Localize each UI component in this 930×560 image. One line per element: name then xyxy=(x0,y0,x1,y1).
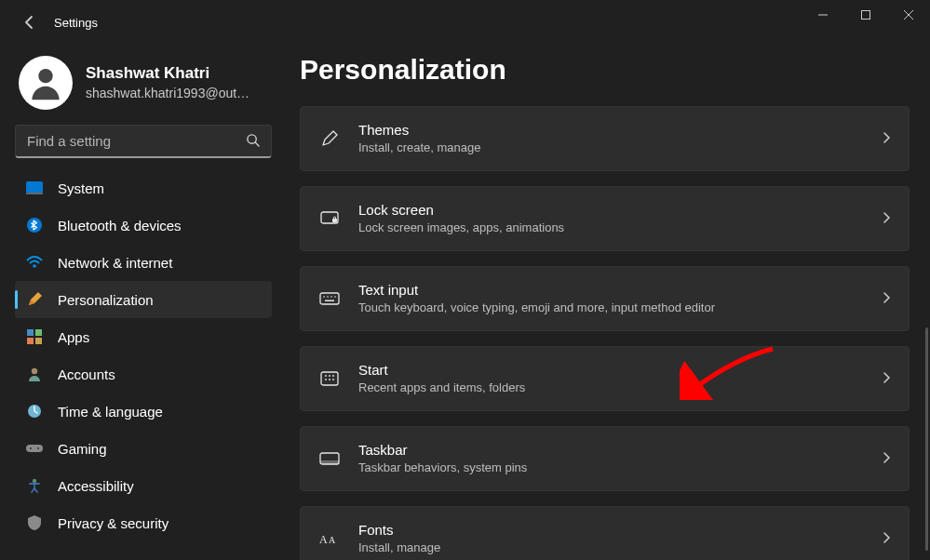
sidebar-item-bluetooth[interactable]: Bluetooth & devices xyxy=(15,207,272,244)
svg-point-2 xyxy=(38,69,52,83)
svg-point-16 xyxy=(30,447,32,449)
sidebar-item-label: Time & language xyxy=(58,404,163,420)
system-icon xyxy=(26,180,43,196)
setting-start[interactable]: Start Recent apps and items, folders xyxy=(300,346,910,411)
svg-text:A: A xyxy=(319,533,328,546)
bluetooth-icon xyxy=(26,217,43,233)
setting-lock-screen[interactable]: Lock screen Lock screen images, apps, an… xyxy=(300,186,910,251)
arrow-left-icon xyxy=(22,15,37,30)
svg-rect-11 xyxy=(27,338,34,344)
privacy-icon xyxy=(26,514,43,531)
svg-rect-5 xyxy=(26,181,43,193)
svg-text:A: A xyxy=(329,535,336,545)
sidebar-item-accounts[interactable]: Accounts xyxy=(15,355,272,393)
svg-rect-1 xyxy=(862,11,870,20)
lock-screen-icon xyxy=(319,208,340,229)
sidebar-item-accessibility[interactable]: Accessibility xyxy=(15,467,272,504)
gaming-icon xyxy=(26,440,43,457)
setting-sub: Touch keyboard, voice typing, emoji and … xyxy=(358,300,864,316)
setting-text: Taskbar Taskbar behaviors, system pins xyxy=(358,440,864,476)
svg-line-4 xyxy=(255,142,259,146)
svg-rect-35 xyxy=(320,460,339,464)
svg-rect-9 xyxy=(27,329,34,336)
svg-rect-10 xyxy=(35,329,42,336)
sidebar-item-label: Gaming xyxy=(58,441,107,457)
svg-point-30 xyxy=(332,375,334,377)
sidebar-item-label: Bluetooth & devices xyxy=(58,218,182,233)
svg-point-13 xyxy=(32,368,37,374)
titlebar: Settings xyxy=(0,0,930,45)
svg-rect-21 xyxy=(320,293,339,304)
sidebar: Shashwat Khatri shashwat.khatri1993@out…… xyxy=(0,45,279,560)
setting-sub: Lock screen images, apps, animations xyxy=(358,220,864,236)
setting-title: Start xyxy=(358,360,864,380)
setting-title: Taskbar xyxy=(358,440,864,460)
setting-text: Fonts Install, manage xyxy=(358,520,864,556)
sidebar-item-system[interactable]: System xyxy=(15,169,272,207)
svg-point-18 xyxy=(33,479,36,483)
accounts-icon xyxy=(26,366,43,382)
sidebar-item-gaming[interactable]: Gaming xyxy=(15,430,272,467)
profile-block[interactable]: Shashwat Khatri shashwat.khatri1993@out… xyxy=(15,52,272,125)
sidebar-item-privacy[interactable]: Privacy & security xyxy=(15,504,272,541)
sidebar-item-label: Apps xyxy=(58,329,89,345)
chevron-right-icon xyxy=(883,291,890,306)
svg-rect-20 xyxy=(332,219,337,222)
svg-point-17 xyxy=(37,447,39,449)
sidebar-nav: System Bluetooth & devices Network & int… xyxy=(15,169,272,541)
setting-fonts[interactable]: AA Fonts Install, manage xyxy=(300,506,910,560)
svg-rect-12 xyxy=(35,338,42,344)
fonts-icon: AA xyxy=(319,528,340,549)
setting-text: Lock screen Lock screen images, apps, an… xyxy=(358,200,864,236)
svg-point-24 xyxy=(330,296,332,298)
themes-icon xyxy=(319,128,340,149)
sidebar-item-label: Personalization xyxy=(58,292,154,308)
search-input[interactable] xyxy=(27,133,246,149)
setting-themes[interactable]: Themes Install, create, manage xyxy=(300,106,910,171)
keyboard-icon xyxy=(319,288,340,309)
sidebar-item-label: Network & internet xyxy=(58,255,172,271)
scrollbar[interactable] xyxy=(925,327,928,551)
sidebar-item-label: Accessibility xyxy=(58,478,134,494)
network-icon xyxy=(26,254,43,271)
page-title: Personalization xyxy=(300,54,910,86)
setting-sub: Install, create, manage xyxy=(358,140,864,156)
search-box[interactable] xyxy=(15,125,272,158)
sidebar-item-network[interactable]: Network & internet xyxy=(15,244,272,281)
setting-title: Fonts xyxy=(358,520,864,540)
svg-point-29 xyxy=(329,375,330,377)
maximize-button[interactable] xyxy=(844,0,887,30)
chevron-right-icon xyxy=(883,451,890,466)
svg-point-32 xyxy=(329,379,330,380)
profile-email: shashwat.khatri1993@out… xyxy=(86,85,249,102)
chevron-right-icon xyxy=(883,211,890,226)
setting-text: Text input Touch keyboard, voice typing,… xyxy=(358,280,864,316)
back-button[interactable] xyxy=(15,7,45,37)
personalization-icon xyxy=(26,291,43,308)
avatar xyxy=(19,56,73,110)
chevron-right-icon xyxy=(883,371,890,386)
svg-point-31 xyxy=(325,379,327,380)
setting-title: Text input xyxy=(358,280,864,300)
profile-text: Shashwat Khatri shashwat.khatri1993@out… xyxy=(86,63,249,102)
search-icon xyxy=(246,133,260,150)
close-icon xyxy=(904,10,913,20)
minimize-button[interactable] xyxy=(802,0,844,30)
sidebar-item-apps[interactable]: Apps xyxy=(15,318,272,355)
svg-point-33 xyxy=(332,379,334,380)
app-title: Settings xyxy=(54,16,98,30)
close-button[interactable] xyxy=(887,0,930,30)
time-icon xyxy=(26,403,43,420)
svg-rect-6 xyxy=(26,193,43,194)
setting-text: Themes Install, create, manage xyxy=(358,120,864,156)
sidebar-item-personalization[interactable]: Personalization xyxy=(15,281,272,318)
sidebar-item-time[interactable]: Time & language xyxy=(15,393,272,430)
sidebar-item-label: Privacy & security xyxy=(58,515,168,531)
setting-text-input[interactable]: Text input Touch keyboard, voice typing,… xyxy=(300,266,910,331)
svg-point-25 xyxy=(334,296,336,298)
setting-sub: Taskbar behaviors, system pins xyxy=(358,460,864,476)
setting-sub: Recent apps and items, folders xyxy=(358,380,864,396)
setting-text: Start Recent apps and items, folders xyxy=(358,360,864,396)
setting-taskbar[interactable]: Taskbar Taskbar behaviors, system pins xyxy=(300,426,910,491)
maximize-icon xyxy=(861,10,870,20)
